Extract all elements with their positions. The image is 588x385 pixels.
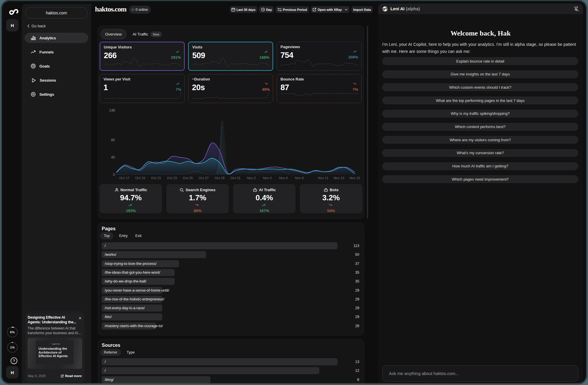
svg-text:Nov 13: Nov 13 (334, 176, 344, 180)
svg-text:Oct 27: Oct 27 (199, 176, 209, 180)
svg-text:Nov 6: Nov 6 (279, 176, 288, 180)
svg-text:Nov 8: Nov 8 (295, 176, 304, 180)
svg-text:Nov 4: Nov 4 (263, 176, 272, 180)
svg-text:Oct 29: Oct 29 (215, 176, 225, 180)
svg-text:80: 80 (111, 138, 115, 142)
svg-text:0: 0 (113, 173, 115, 177)
svg-text:148: 148 (109, 108, 115, 112)
svg-text:40: 40 (111, 155, 115, 159)
svg-text:Nov 2: Nov 2 (247, 176, 256, 180)
svg-text:Oct 25: Oct 25 (183, 176, 193, 180)
svg-text:Oct 19: Oct 19 (135, 176, 145, 180)
svg-text:Nov 15: Nov 15 (350, 176, 360, 180)
svg-text:Oct 31: Oct 31 (230, 176, 240, 180)
svg-text:Oct 23: Oct 23 (167, 176, 177, 180)
svg-text:Oct 17: Oct 17 (119, 176, 129, 180)
svg-text:Oct 21: Oct 21 (151, 176, 161, 180)
svg-text:?: ? (13, 359, 15, 363)
svg-text:Nov 11: Nov 11 (318, 176, 328, 180)
